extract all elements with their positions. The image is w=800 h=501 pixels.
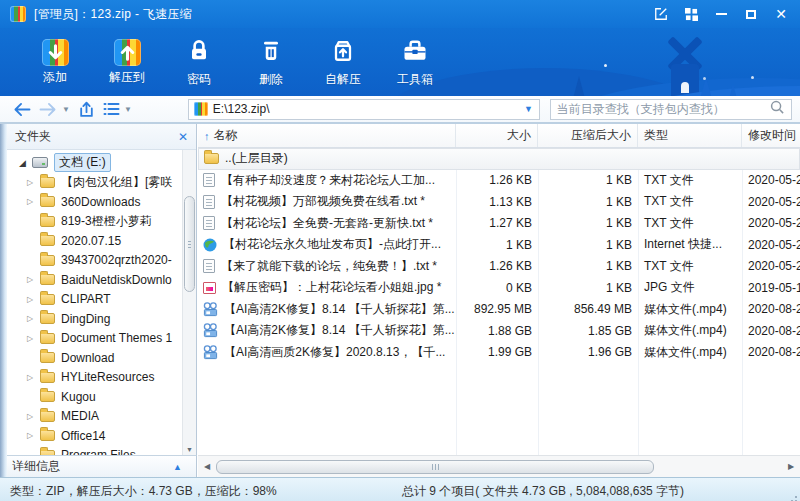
file-name[interactable]: 【村花论坛永久地址发布页】-点此打开... xyxy=(223,236,441,253)
tree-item-label[interactable]: 2020.07.15 xyxy=(61,234,121,248)
tree-root-drive[interactable]: ◢ 文档 (E:) xyxy=(7,153,196,173)
expand-arrow-icon[interactable]: ▷ xyxy=(27,275,40,284)
close-icon[interactable]: ✕ xyxy=(766,0,796,28)
back-icon[interactable] xyxy=(12,97,32,121)
tree-item[interactable]: ▷Kugou xyxy=(7,387,196,407)
tree-item[interactable]: ▷MEDIA xyxy=(7,407,196,427)
file-name[interactable]: 【AI高清画质2K修复】2020.8.13，【千... xyxy=(224,344,445,361)
tree-item[interactable]: ▷360Downloads xyxy=(7,192,196,212)
resize-grip[interactable] xyxy=(795,496,797,498)
address-bar[interactable]: E:\123.zip\ ▼ xyxy=(188,99,540,120)
toolbox-button[interactable]: 工具箱 xyxy=(379,28,451,96)
history-caret-icon[interactable]: ▼ xyxy=(62,105,70,114)
tree-item-label[interactable]: Download xyxy=(61,351,114,365)
horizontal-scrollbar-thumb[interactable] xyxy=(216,460,654,474)
tree-scrollbar[interactable]: ▼ xyxy=(182,150,196,455)
parent-directory-row[interactable]: ..(上层目录) xyxy=(198,148,800,170)
tree-item[interactable]: ▷BaiduNetdiskDownlo xyxy=(7,270,196,290)
table-row[interactable]: 【AI高清画质2K修复】2020.8.13，【千... 1.99 GB 1.96… xyxy=(198,342,800,364)
tree-item-label[interactable]: Office14 xyxy=(61,429,105,443)
tree-item[interactable]: ▷39437002qrzth2020- xyxy=(7,251,196,271)
column-header-size[interactable]: 大小 xyxy=(456,124,538,147)
table-row[interactable]: 【解压密码】：上村花论坛看小姐姐.jpg * 0 KB 1 KB JPG 文件 … xyxy=(198,277,800,299)
column-header-name[interactable]: ↑名称 xyxy=(198,124,456,147)
expand-arrow-icon[interactable]: ▷ xyxy=(27,334,40,343)
table-row[interactable]: 【有种子却没速度？来村花论坛人工加... 1.26 KB 1 KB TXT 文件… xyxy=(198,170,800,192)
scroll-right-arrow-icon[interactable]: ▶ xyxy=(784,462,798,471)
expand-arrow-icon[interactable]: ▷ xyxy=(27,373,40,382)
tree-item[interactable]: ▷【肉包汉化组】[雾咲 xyxy=(7,173,196,193)
column-header-type[interactable]: 类型 xyxy=(638,124,742,147)
file-name[interactable]: 【AI高清2K修复】8.14 【千人斩探花】第... xyxy=(224,301,455,318)
view-caret-icon[interactable]: ▼ xyxy=(124,105,132,114)
horizontal-scrollbar[interactable]: ◀ ▶ xyxy=(198,455,800,477)
delete-button[interactable]: 删除 xyxy=(235,28,307,96)
tree-item-label[interactable]: BaiduNetdiskDownlo xyxy=(61,273,172,287)
password-button[interactable]: 密码 xyxy=(163,28,235,96)
expand-arrow-icon[interactable]: ▷ xyxy=(27,412,40,421)
tree-item[interactable]: ▷Program Files xyxy=(7,446,196,456)
sidebar-close-icon[interactable]: ✕ xyxy=(178,130,188,144)
tree-item-label[interactable]: Program Files xyxy=(61,448,136,455)
tree-item-label[interactable]: MEDIA xyxy=(61,409,99,423)
collapse-arrow-icon[interactable]: ◢ xyxy=(19,158,32,168)
minimize-icon[interactable] xyxy=(706,0,736,28)
column-header-packed[interactable]: 压缩后大小 xyxy=(538,124,638,147)
tree-item-label[interactable]: CLIPART xyxy=(61,292,111,306)
file-name[interactable]: 【来了就能下载的论坛，纯免费！】.txt * xyxy=(221,258,437,275)
extract-up-icon[interactable] xyxy=(78,97,95,121)
search-box[interactable] xyxy=(550,99,792,120)
parent-row-label[interactable]: ..(上层目录) xyxy=(225,150,288,167)
tree-item[interactable]: ▷819-3橙橙小萝莉 xyxy=(7,212,196,232)
collapse-up-icon[interactable]: ▲ xyxy=(173,462,182,472)
tree-root-label[interactable]: 文档 (E:) xyxy=(54,153,111,172)
scroll-left-arrow-icon[interactable]: ◀ xyxy=(200,462,214,471)
add-button[interactable]: 添加 xyxy=(19,28,91,96)
file-name[interactable]: 【村花论坛】全免费-无套路-更新快.txt * xyxy=(221,215,433,232)
tree-item[interactable]: ▷DingDing xyxy=(7,309,196,329)
tree-item-label[interactable]: Kugou xyxy=(61,390,96,404)
expand-arrow-icon[interactable]: ▷ xyxy=(27,197,40,206)
forward-icon[interactable] xyxy=(38,97,58,121)
table-row[interactable]: 【村花论坛永久地址发布页】-点此打开... 1 KB 1 KB Internet… xyxy=(198,234,800,256)
tree-item[interactable]: ▷Document Themes 1 xyxy=(7,329,196,349)
table-row[interactable]: 【AI高清2K修复】8.14 【千人斩探花】第... 1.88 GB 1.85 … xyxy=(198,320,800,342)
tree-item[interactable]: ▷Download xyxy=(7,348,196,368)
file-name[interactable]: 【AI高清2K修复】8.14 【千人斩探花】第... xyxy=(224,322,455,339)
tree-item-label[interactable]: 39437002qrzth2020- xyxy=(61,253,172,267)
tree-item-label[interactable]: Document Themes 1 xyxy=(61,331,172,345)
apps-grid-icon[interactable] xyxy=(676,0,706,28)
tree-item-label[interactable]: 360Downloads xyxy=(61,195,140,209)
edit-icon[interactable] xyxy=(646,0,676,28)
extract-to-button[interactable]: 解压到 xyxy=(91,28,163,96)
tree-item-label[interactable]: 【肉包汉化组】[雾咲 xyxy=(61,174,172,191)
tree-item[interactable]: ▷2020.07.15 xyxy=(7,231,196,251)
tree-item[interactable]: ▷CLIPART xyxy=(7,290,196,310)
tree-item-label[interactable]: HYLiteResources xyxy=(61,370,154,384)
tree-item-label[interactable]: 819-3橙橙小萝莉 xyxy=(61,213,152,230)
search-icon[interactable] xyxy=(770,100,785,118)
view-list-icon[interactable] xyxy=(103,97,120,121)
tree-scrollbar-thumb[interactable] xyxy=(184,196,195,292)
tree-item-label[interactable]: DingDing xyxy=(61,312,110,326)
address-dropdown-icon[interactable]: ▼ xyxy=(522,104,535,114)
column-header-modified[interactable]: 修改时间 xyxy=(742,124,800,147)
address-path[interactable]: E:\123.zip\ xyxy=(213,102,522,116)
search-input[interactable] xyxy=(557,102,770,116)
table-row[interactable]: 【AI高清2K修复】8.14 【千人斩探花】第... 892.95 MB 856… xyxy=(198,299,800,321)
expand-arrow-icon[interactable]: ▷ xyxy=(27,314,40,323)
details-panel-header[interactable]: 详细信息 ▲ xyxy=(7,455,197,477)
file-name[interactable]: 【村花视频】万部视频免费在线看.txt * xyxy=(221,193,425,210)
table-row[interactable]: 【来了就能下载的论坛，纯免费！】.txt * 1.26 KB 1 KB TXT … xyxy=(198,256,800,278)
table-row[interactable]: 【村花视频】万部视频免费在线看.txt * 1.13 KB 1 KB TXT 文… xyxy=(198,191,800,213)
expand-arrow-icon[interactable]: ▷ xyxy=(27,431,40,440)
scroll-down-arrow-icon[interactable]: ▼ xyxy=(183,446,196,453)
tree-item[interactable]: ▷Office14 xyxy=(7,426,196,446)
expand-arrow-icon[interactable]: ▷ xyxy=(27,178,40,187)
maximize-icon[interactable] xyxy=(736,0,766,28)
expand-arrow-icon[interactable]: ▷ xyxy=(27,295,40,304)
file-name[interactable]: 【有种子却没速度？来村花论坛人工加... xyxy=(221,172,435,189)
self-extract-button[interactable]: 自解压 xyxy=(307,28,379,96)
file-name[interactable]: 【解压密码】：上村花论坛看小姐姐.jpg * xyxy=(222,279,441,296)
table-row[interactable]: 【村花论坛】全免费-无套路-更新快.txt * 1.27 KB 1 KB TXT… xyxy=(198,213,800,235)
